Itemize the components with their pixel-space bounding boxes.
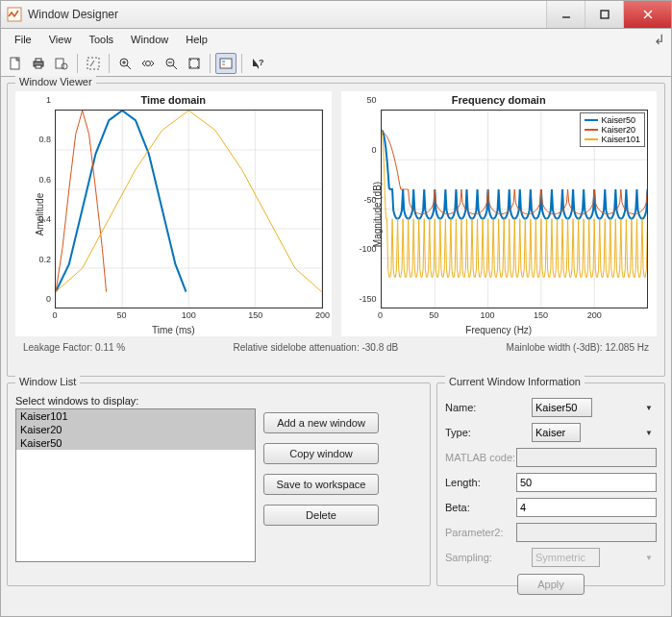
type-select[interactable]: Kaiser bbox=[532, 423, 581, 442]
zoom-out-icon[interactable] bbox=[161, 53, 182, 74]
time-chart-title: Time domain bbox=[16, 92, 331, 108]
zoom-x-icon[interactable] bbox=[137, 53, 159, 74]
app-icon bbox=[7, 7, 22, 22]
close-button[interactable] bbox=[623, 1, 671, 28]
window-viewer-panel: Window Viewer Time domain Amplitude 00.2… bbox=[7, 83, 665, 377]
freq-domain-chart[interactable]: Frequency domain Magnitude (dB) -150-100… bbox=[341, 91, 658, 336]
freq-chart-title: Frequency domain bbox=[342, 92, 657, 108]
zoom-in-icon[interactable] bbox=[114, 53, 136, 74]
print-icon[interactable] bbox=[28, 53, 49, 74]
time-xlabel: Time (ms) bbox=[16, 323, 331, 335]
freq-legend[interactable]: Kaiser50Kaiser20Kaiser101 bbox=[580, 112, 645, 147]
legend-icon[interactable] bbox=[215, 53, 236, 74]
window-viewer-title: Window Viewer bbox=[15, 76, 96, 87]
param2-label: Parameter2: bbox=[445, 527, 516, 538]
print-preview-icon[interactable] bbox=[51, 53, 72, 74]
window-list-panel: Window List Select windows to display: K… bbox=[7, 383, 431, 586]
name-label: Name: bbox=[445, 402, 532, 413]
content-area: Window Viewer Time domain Amplitude 00.2… bbox=[0, 77, 672, 617]
svg-line-16 bbox=[173, 65, 177, 69]
menu-file[interactable]: File bbox=[7, 32, 39, 47]
length-input[interactable] bbox=[516, 473, 657, 492]
sampling-select: Symmetric bbox=[532, 548, 600, 567]
svg-rect-6 bbox=[36, 65, 41, 68]
apply-button[interactable]: Apply bbox=[517, 574, 585, 595]
sidelobe-stat: Relative sidelobe attenuation: -30.8 dB bbox=[233, 342, 398, 353]
delete-button[interactable]: Delete bbox=[263, 505, 379, 526]
code-input bbox=[516, 448, 657, 467]
svg-text:?: ? bbox=[259, 58, 264, 67]
menu-view[interactable]: View bbox=[41, 32, 80, 47]
time-domain-chart[interactable]: Time domain Amplitude 00.20.40.60.81 050… bbox=[15, 91, 332, 336]
length-label: Length: bbox=[445, 477, 516, 488]
sampling-label: Sampling: bbox=[445, 552, 532, 563]
window-info-panel: Current Window Information Name: Kaiser5… bbox=[436, 383, 665, 586]
viewer-stats: Leakage Factor: 0.11 % Relative sidelobe… bbox=[15, 336, 657, 353]
toolbar: ? bbox=[0, 50, 672, 77]
name-select[interactable]: Kaiser50 bbox=[532, 398, 592, 417]
leakage-stat: Leakage Factor: 0.11 % bbox=[23, 342, 125, 353]
copy-window-button[interactable]: Copy window bbox=[263, 443, 379, 464]
list-item[interactable]: Kaiser20 bbox=[16, 423, 255, 436]
list-item[interactable]: Kaiser50 bbox=[16, 436, 255, 450]
add-window-button[interactable]: Add a new window bbox=[263, 412, 379, 433]
svg-rect-2 bbox=[601, 11, 609, 18]
window-title: Window Designer bbox=[28, 8, 546, 21]
legend-item: Kaiser20 bbox=[585, 125, 640, 135]
list-item[interactable]: Kaiser101 bbox=[16, 409, 255, 423]
menu-tools[interactable]: Tools bbox=[81, 32, 121, 47]
svg-line-11 bbox=[127, 65, 131, 69]
annotate-icon[interactable] bbox=[83, 53, 104, 74]
svg-rect-9 bbox=[87, 58, 99, 69]
menu-window[interactable]: Window bbox=[123, 32, 176, 47]
dock-icon[interactable]: ↲ bbox=[654, 32, 665, 47]
menu-bar: File View Tools Window Help ↲ bbox=[0, 29, 672, 50]
autoscale-icon[interactable] bbox=[184, 53, 205, 74]
window-list-title: Window List bbox=[15, 376, 80, 387]
legend-item: Kaiser50 bbox=[585, 115, 640, 125]
param2-input bbox=[516, 523, 657, 542]
window-listbox[interactable]: Kaiser101Kaiser20Kaiser50 bbox=[15, 408, 256, 562]
type-label: Type: bbox=[445, 427, 532, 438]
window-info-title: Current Window Information bbox=[445, 376, 585, 387]
freq-xlabel: Frequency (Hz) bbox=[342, 323, 657, 335]
svg-rect-5 bbox=[36, 59, 41, 62]
maximize-button[interactable] bbox=[585, 1, 623, 28]
window-list-label: Select windows to display: bbox=[15, 395, 256, 407]
svg-point-14 bbox=[146, 61, 151, 65]
new-icon[interactable] bbox=[5, 53, 26, 74]
mainlobe-stat: Mainlobe width (-3dB): 12.085 Hz bbox=[507, 342, 649, 353]
code-label: MATLAB code: bbox=[445, 452, 516, 463]
title-bar: Window Designer bbox=[0, 0, 672, 29]
minimize-button[interactable] bbox=[546, 1, 585, 28]
save-workspace-button[interactable]: Save to workspace bbox=[263, 474, 379, 495]
beta-label: Beta: bbox=[445, 502, 516, 513]
svg-rect-7 bbox=[56, 59, 63, 68]
beta-input[interactable] bbox=[516, 498, 657, 517]
whatsthis-icon[interactable]: ? bbox=[247, 53, 268, 74]
legend-item: Kaiser101 bbox=[585, 135, 640, 144]
menu-help[interactable]: Help bbox=[178, 32, 215, 47]
svg-rect-19 bbox=[220, 59, 232, 68]
